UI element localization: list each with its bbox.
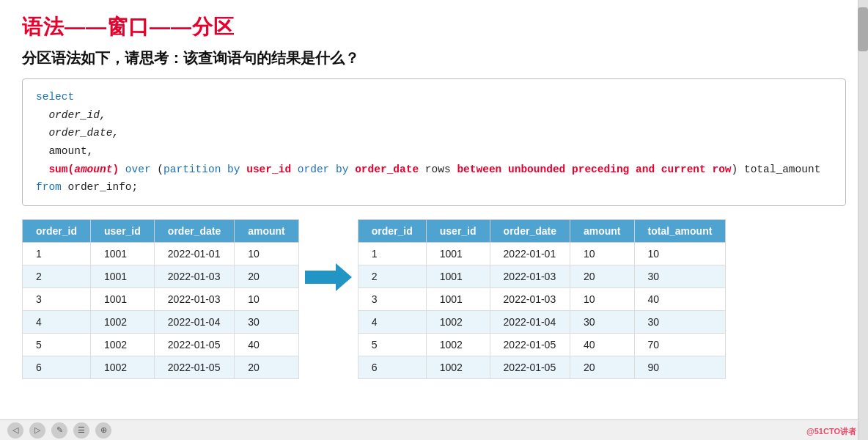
right-table-cell: 3 [358,287,426,310]
right-table-cell: 40 [570,333,634,356]
main-title: 语法——窗口——分区 [22,13,846,41]
left-table-cell: 1002 [91,333,155,356]
code-line-4: amount, [36,142,832,161]
code-line-6: from order_info; [36,178,832,197]
kw-sum: sum( [48,164,74,175]
right-th-order-id: order_id [358,219,426,242]
left-table-cell: 10 [235,287,299,310]
kw-sum-arg: amount [74,164,112,175]
right-table-cell: 1 [358,242,426,265]
left-table-cell: 1 [23,242,91,265]
right-table: order_id user_id order_date amount total… [358,219,727,379]
right-table-cell: 1002 [426,356,490,378]
btn-next[interactable]: ▷ [29,422,45,439]
kw-orderdate-ref: order_date [355,164,419,175]
kw-sum-close: ) [112,164,119,175]
code-line-1: select [36,88,832,106]
left-table-row: 410022022-01-0430 [23,310,299,333]
right-table-cell: 30 [570,310,634,333]
scrollbar[interactable] [858,0,868,440]
right-table-cell: 10 [570,287,634,310]
left-table-cell: 20 [235,265,299,287]
right-table-cell: 1001 [426,265,490,287]
left-table-cell: 2022-01-04 [154,310,234,333]
code-line-5: sum(amount) over (partition by user_id o… [36,161,832,179]
kw-amount: amount, [36,145,93,157]
left-table-cell: 2022-01-03 [154,287,234,310]
btn-edit[interactable]: ✎ [51,422,67,439]
kw-partition: partition by [163,164,240,175]
right-table-cell: 1002 [426,333,490,356]
right-table-cell: 1001 [426,287,490,310]
right-table-cell: 2022-01-04 [490,310,570,333]
left-table-cell: 40 [235,333,299,356]
subtitle: 分区语法如下，请思考：该查询语句的结果是什么？ [22,48,846,68]
kw-indent [36,164,48,175]
right-th-user-id: user_id [426,219,490,242]
kw-close-paren: ) total_amount [732,164,821,175]
left-table-row: 310012022-01-0310 [23,287,299,310]
left-table-row: 610022022-01-0520 [23,356,299,378]
right-table-cell: 30 [634,310,726,333]
right-table-cell: 2022-01-01 [490,242,570,265]
right-table-cell: 6 [358,356,426,378]
right-table-cell: 20 [570,265,634,287]
page-container: 语法——窗口——分区 分区语法如下，请思考：该查询语句的结果是什么？ selec… [0,0,868,440]
left-th-order-id: order_id [23,219,91,242]
left-table-cell: 6 [23,356,91,378]
kw-space3 [240,164,246,175]
svg-marker-0 [305,263,352,291]
right-table-cell: 1002 [426,310,490,333]
right-table-cell: 30 [634,265,726,287]
right-table-row: 610022022-01-052090 [358,356,726,378]
right-table-cell: 40 [634,287,726,310]
left-table-cell: 2022-01-03 [154,265,234,287]
right-table-cell: 2022-01-05 [490,356,570,378]
left-table-cell: 1001 [91,287,155,310]
kw-select: select [36,91,74,103]
kw-over: over [125,164,151,175]
left-table-header-row: order_id user_id order_date amount [23,219,299,242]
right-table-cell: 5 [358,333,426,356]
btn-prev[interactable]: ◁ [7,422,23,439]
right-table-header-row: order_id user_id order_date amount total… [358,219,726,242]
left-th-order-date: order_date [154,219,234,242]
left-table-wrap: order_id user_id order_date amount 11001… [22,219,299,379]
arrow-wrap [299,219,358,291]
left-table-cell: 30 [235,310,299,333]
right-table-cell: 10 [634,242,726,265]
right-table-cell: 4 [358,310,426,333]
bottom-bar: ◁ ▷ ✎ ☰ ⊕ [0,419,868,440]
kw-space5 [348,164,355,175]
right-table-cell: 10 [570,242,634,265]
right-table-cell: 2022-01-03 [490,287,570,310]
left-table-row: 210012022-01-0320 [23,265,299,287]
left-table: order_id user_id order_date amount 11001… [22,219,299,379]
right-th-amount: amount [570,219,634,242]
left-table-cell: 3 [23,287,91,310]
left-table-cell: 5 [23,333,91,356]
left-th-user-id: user_id [91,219,155,242]
kw-from: from [36,181,62,193]
right-table-row: 210012022-01-032030 [358,265,726,287]
right-table-row: 110012022-01-011010 [358,242,726,265]
right-table-cell: 2022-01-05 [490,333,570,356]
left-table-cell: 1002 [91,310,155,333]
right-th-total-amount: total_amount [634,219,726,242]
kw-space4 [291,164,298,175]
left-table-cell: 1001 [91,242,155,265]
kw-space2: ( [151,164,163,175]
scrollbar-thumb[interactable] [858,7,868,51]
right-table-cell: 2022-01-03 [490,265,570,287]
kw-orderid: order_id, [36,109,106,121]
code-line-3: order_date, [36,124,832,142]
right-table-row: 310012022-01-031040 [358,287,726,310]
code-block: select order_id, order_date, amount, sum… [22,78,846,206]
tables-area: order_id user_id order_date amount 11001… [22,219,846,379]
right-table-cell: 20 [570,356,634,378]
right-table-row: 510022022-01-054070 [358,333,726,356]
btn-add[interactable]: ⊕ [95,422,111,439]
kw-userid: user_id [246,164,291,175]
btn-menu[interactable]: ☰ [73,422,89,439]
left-table-cell: 10 [235,242,299,265]
